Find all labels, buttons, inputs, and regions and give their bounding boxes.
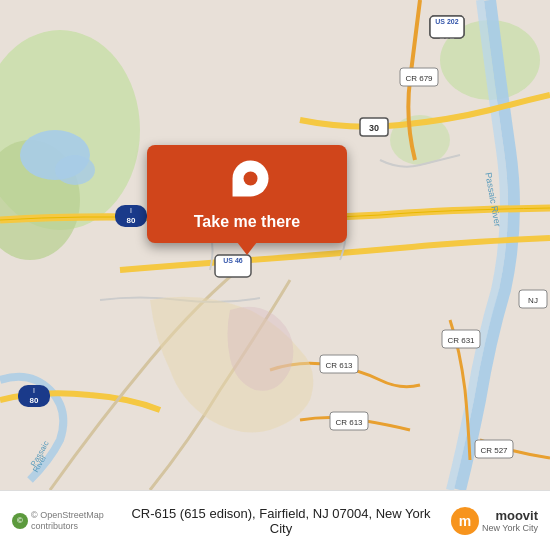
svg-text:CR 679: CR 679	[405, 74, 433, 83]
osm-label: © OpenStreetMap contributors	[31, 510, 111, 532]
svg-text:NJ: NJ	[528, 296, 538, 305]
map-container: US 202 US 202 I 80 I 80 US 46 30 CR 679 …	[0, 0, 550, 490]
svg-text:US 46: US 46	[223, 257, 243, 264]
moovit-m-letter: m	[459, 513, 471, 529]
take-me-there-popup[interactable]: Take me there	[147, 145, 347, 243]
svg-text:CR 527: CR 527	[480, 446, 508, 455]
moovit-logo: m moovit New York City	[451, 507, 538, 535]
svg-text:US 202: US 202	[435, 18, 458, 25]
moovit-logo-icon: m	[451, 507, 479, 535]
location-text: CR-615 (615 edison), Fairfield, NJ 07004…	[119, 506, 443, 536]
svg-text:CR 631: CR 631	[447, 336, 475, 345]
openstreetmap-logo-icon: ©	[12, 513, 28, 529]
moovit-label: moovit	[495, 508, 538, 523]
svg-text:I: I	[130, 207, 132, 214]
svg-text:CR 613: CR 613	[335, 418, 363, 427]
take-me-there-button[interactable]: Take me there	[194, 213, 300, 231]
svg-text:30: 30	[369, 123, 379, 133]
svg-point-6	[55, 155, 95, 185]
svg-text:80: 80	[127, 216, 136, 225]
svg-text:I: I	[33, 387, 35, 394]
map-pin-wrapper	[218, 153, 276, 211]
svg-text:80: 80	[30, 396, 39, 405]
moovit-city: New York City	[482, 523, 538, 533]
map-background: US 202 US 202 I 80 I 80 US 46 30 CR 679 …	[0, 0, 550, 490]
svg-text:CR 613: CR 613	[325, 361, 353, 370]
moovit-right-text: moovit New York City	[482, 508, 538, 533]
openstreetmap-attribution: © © OpenStreetMap contributors	[12, 510, 111, 532]
bottom-bar: © © OpenStreetMap contributors CR-615 (6…	[0, 490, 550, 550]
location-pin-icon	[233, 160, 269, 196]
